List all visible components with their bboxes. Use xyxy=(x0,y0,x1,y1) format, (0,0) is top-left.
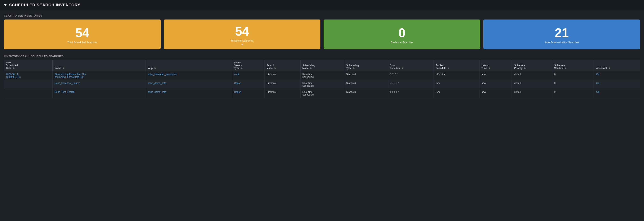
stat-card-historical[interactable]: 54 Historical Searches xyxy=(164,20,320,49)
table-row: Bobs_Test_Searchatlas_demo_dataReportHis… xyxy=(4,89,640,98)
table-cell xyxy=(4,89,52,98)
table-cell: Real-time Scheduled xyxy=(300,89,344,98)
col-search-mode[interactable]: SearchMode ⇅ xyxy=(264,60,300,71)
table-cell: Historical xyxy=(264,71,300,80)
table-cell: 0 xyxy=(552,80,594,89)
sort-icon-scheduling-type: ⇅ xyxy=(353,67,354,69)
table-cell: Standard xyxy=(344,80,388,89)
col-assistant[interactable]: Assistant ⇅ xyxy=(594,60,640,71)
table-cell[interactable]: Alert xyxy=(232,71,264,80)
stat-card-total-scheduled[interactable]: 54 Total Scheduled Searches xyxy=(4,20,160,49)
col-cron-schedule[interactable]: CronSchedule ⇅ xyxy=(388,60,434,71)
chevron-down-icon[interactable] xyxy=(4,4,7,6)
sort-icon-search-mode: ⇅ xyxy=(274,67,276,69)
stats-container: 54 Total Scheduled Searches 54 Historica… xyxy=(0,20,644,54)
table-cell[interactable]: Bobs_Test_Search xyxy=(52,89,146,98)
table-cell: Real-time Scheduled xyxy=(300,71,344,80)
table-cell: now xyxy=(480,71,512,80)
page-header: SCHEDULED SEARCH INVENTORY xyxy=(0,0,644,10)
inventory-section-label: INVENTORY OF ALL SCHEDULED SEARCHES xyxy=(0,54,644,60)
table-header-row: NextScheduledTime ⇅ Name ⇅ App ⇅ SavedSe… xyxy=(4,60,640,71)
table-cell: 1 1 1 1 * xyxy=(388,89,434,98)
col-schedule-window[interactable]: ScheduleWindow ⇅ xyxy=(552,60,594,71)
table-cell: Historical xyxy=(264,89,300,98)
sort-icon-saved-search-type: ⇅ xyxy=(241,67,242,69)
sort-icon-assistant: ⇅ xyxy=(608,67,610,69)
stat-dot-historical xyxy=(242,44,243,45)
stat-card-auto-summarization[interactable]: 21 Auto Summarization Searches xyxy=(484,20,640,49)
col-schedule-priority[interactable]: SchedulePriority ⇅ xyxy=(512,60,552,71)
table-cell[interactable]: Go xyxy=(594,71,640,80)
table-cell: 0 xyxy=(552,89,594,98)
table-cell: Standard xyxy=(344,71,388,80)
table-cell: 0 xyxy=(552,71,594,80)
sort-icon-cron-schedule: ⇅ xyxy=(402,67,404,69)
table-cell[interactable]: Atlas Missing Forwarders Alert and Known… xyxy=(52,71,146,80)
sort-icon-name: ⇅ xyxy=(62,67,64,69)
col-scheduling-mode[interactable]: SchedulingMode ⇅ xyxy=(300,60,344,71)
table-cell: 2022-06-14 15:00:00 UTC xyxy=(4,71,52,80)
stat-number-total-scheduled: 54 xyxy=(75,26,89,39)
sort-icon-latest-time: ⇅ xyxy=(488,67,490,69)
table-cell: -5m xyxy=(434,89,479,98)
sort-icon-earliest-schedule: ⇅ xyxy=(448,67,449,69)
stat-card-realtime[interactable]: 0 Real-time Searches xyxy=(324,20,480,49)
stat-number-auto-summarization: 21 xyxy=(555,26,569,39)
table-row: 2022-06-14 15:00:00 UTCAtlas Missing For… xyxy=(4,71,640,80)
sort-icon-schedule-priority: ⇅ xyxy=(524,67,526,69)
table-cell xyxy=(4,80,52,89)
col-app[interactable]: App ⇅ xyxy=(146,60,232,71)
table-cell: now xyxy=(480,89,512,98)
table-cell[interactable]: Report xyxy=(232,89,264,98)
page-title: SCHEDULED SEARCH INVENTORY xyxy=(9,3,80,7)
table-cell[interactable]: Bobs_Important_Search xyxy=(52,80,146,89)
table-row: Bobs_Important_Searchatlas_demo_dataRepo… xyxy=(4,80,640,89)
table-cell: default xyxy=(512,71,552,80)
table-cell: Standard xyxy=(344,89,388,98)
col-name[interactable]: Name ⇅ xyxy=(52,60,146,71)
table-cell[interactable]: atlas_forwarder_awareness xyxy=(146,71,232,80)
table-cell[interactable]: atlas_demo_data xyxy=(146,80,232,89)
stat-label-historical: Historical Searches xyxy=(231,39,253,42)
col-scheduling-type[interactable]: SchedulingType ⇅ xyxy=(344,60,388,71)
table-cell: 0 * * * * xyxy=(388,71,434,80)
stat-number-historical: 54 xyxy=(235,25,249,38)
sort-icon-scheduling-mode: ⇅ xyxy=(310,67,312,69)
col-latest-time[interactable]: LatestTime ⇅ xyxy=(480,60,512,71)
stat-label-realtime: Real-time Searches xyxy=(390,41,413,44)
table-cell: now xyxy=(480,80,512,89)
inventory-table: NextScheduledTime ⇅ Name ⇅ App ⇅ SavedSe… xyxy=(4,60,640,98)
sort-icon-next-scheduled: ⇅ xyxy=(13,67,14,69)
table-cell: 2 2 2 2 * xyxy=(388,80,434,89)
stat-label-auto-summarization: Auto Summarization Searches xyxy=(544,41,579,44)
sort-icon-schedule-window: ⇅ xyxy=(565,67,566,69)
stat-label-total-scheduled: Total Scheduled Searches xyxy=(68,41,97,44)
sort-icon-app: ⇅ xyxy=(154,67,156,69)
stats-section-label: CLICK TO SEE INVENTORIES xyxy=(0,10,644,20)
table-cell[interactable]: Go xyxy=(594,89,640,98)
table-cell[interactable]: Report xyxy=(232,80,264,89)
col-earliest-schedule[interactable]: EarliestSchedule ⇅ xyxy=(434,60,479,71)
table-cell[interactable]: Go xyxy=(594,80,640,89)
table-cell: default xyxy=(512,80,552,89)
table-cell: Real-time Scheduled xyxy=(300,80,344,89)
col-saved-search-type[interactable]: SavedSearchType ⇅ xyxy=(232,60,264,71)
stat-number-realtime: 0 xyxy=(398,26,406,39)
table-cell: Historical xyxy=(264,80,300,89)
table-cell: -5m xyxy=(434,80,479,89)
table-cell: -60m@m xyxy=(434,71,479,80)
table-cell[interactable]: atlas_demo_data xyxy=(146,89,232,98)
col-next-scheduled-time[interactable]: NextScheduledTime ⇅ xyxy=(4,60,52,71)
inventory-table-wrapper: NextScheduledTime ⇅ Name ⇅ App ⇅ SavedSe… xyxy=(0,60,644,98)
table-cell: default xyxy=(512,89,552,98)
